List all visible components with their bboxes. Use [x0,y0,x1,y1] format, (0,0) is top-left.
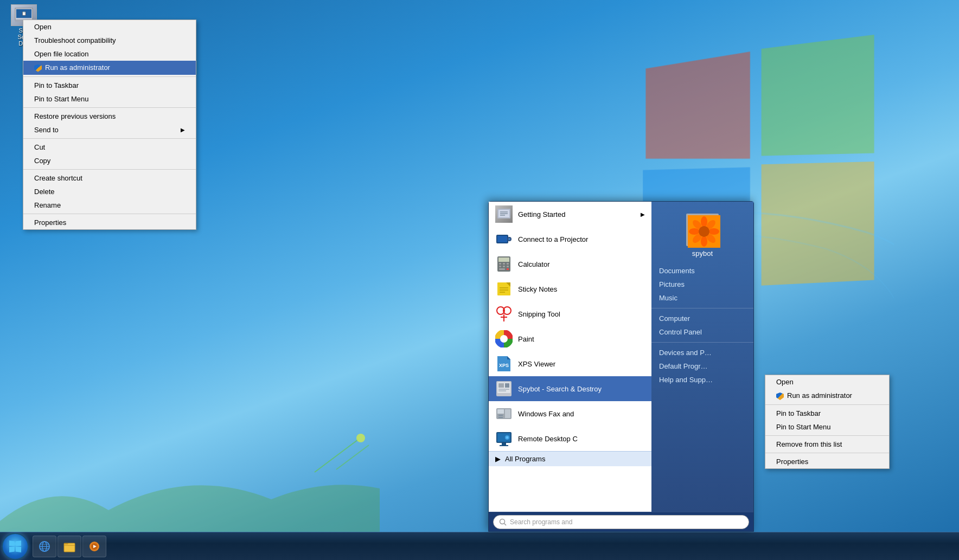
taskbar-ie[interactable] [33,536,56,557]
start-menu-sticky-notes[interactable]: Sticky Notes [489,276,651,301]
ctx-cut[interactable]: Cut [23,140,196,154]
ctx-open[interactable]: Open [23,20,196,34]
svg-rect-23 [507,266,509,267]
svg-rect-25 [507,268,509,270]
taskbar-items [33,536,106,557]
right-item-control-panel[interactable]: Control Panel [651,325,753,339]
right-item-computer[interactable]: Computer [651,312,753,325]
start-menu-calculator[interactable]: Calculator [489,252,651,276]
shield-icon-2 [776,392,784,400]
ctx-properties[interactable]: Properties [23,216,196,229]
svg-rect-50 [498,417,503,418]
svg-rect-49 [498,415,503,416]
fax-icon [495,405,513,422]
start-menu-getting-started[interactable]: Getting Started ▶ [489,202,651,227]
ctx2-properties[interactable]: Properties [765,455,889,468]
svg-rect-53 [502,443,506,445]
ctx2-sep-3 [765,453,889,453]
svg-rect-13 [497,236,507,242]
right-sep-1 [651,308,753,308]
ctx2-open[interactable]: Open [765,375,889,389]
svg-line-1 [336,445,369,469]
ctx2-remove-list[interactable]: Remove from this list [765,437,889,451]
svg-point-67 [500,519,505,524]
user-name-label: spybot [658,249,747,258]
svg-rect-22 [503,266,505,267]
windows-logo-icon [8,539,23,554]
svg-rect-42 [498,383,504,388]
snipping-tool-icon [495,305,513,323]
paint-icon [495,330,513,347]
svg-line-68 [504,523,507,525]
svg-point-58 [701,216,707,227]
xps-viewer-icon: XPS [495,355,513,372]
svg-point-66 [699,226,709,237]
right-sep-2 [651,342,753,343]
start-menu-left-panel: Getting Started ▶ Connect to a Projector [489,202,651,512]
submenu-arrow: ▶ [181,127,185,133]
ctx-open-file-location[interactable]: Open file location [23,47,196,61]
start-menu-snipping-tool[interactable]: Snipping Tool [489,301,651,326]
start-menu-projector[interactable]: Connect to a Projector [489,227,651,252]
taskbar-wmp[interactable] [82,536,106,557]
start-menu-user: spybot [651,207,753,264]
start-menu-rdp[interactable]: Remote Desktop C [489,426,651,451]
ctx2-pin-taskbar[interactable]: Pin to Taskbar [765,407,889,420]
getting-started-icon [495,205,513,223]
svg-rect-48 [505,409,510,418]
desktop: 📋 SpySearDes Open Troubleshoot compatibi… [0,0,959,560]
ctx-restore[interactable]: Restore previous versions [23,110,196,123]
right-item-pictures[interactable]: Pictures [651,278,753,291]
start-menu-xps-viewer[interactable]: XPS XPS Viewer [489,351,651,376]
start-button[interactable] [0,532,30,561]
svg-rect-24 [499,268,505,270]
right-item-help[interactable]: Help and Supp… [651,373,753,387]
svg-rect-17 [498,258,509,262]
submenu-arrow-getting-started: ▶ [641,211,645,217]
svg-rect-47 [497,409,504,414]
svg-line-0 [315,440,358,472]
ctx2-sep-1 [765,404,889,405]
ctx-copy[interactable]: Copy [23,154,196,168]
ctx-troubleshoot[interactable]: Troubleshoot compatibility [23,34,196,47]
svg-point-62 [701,236,707,247]
ctx2-pin-start[interactable]: Pin to Start Menu [765,420,889,434]
svg-point-60 [708,228,719,235]
right-item-music[interactable]: Music [651,291,753,305]
start-menu-paint[interactable]: Paint [489,326,651,351]
start-menu-fax[interactable]: Windows Fax and [489,401,651,426]
ctx-pin-taskbar[interactable]: Pin to Taskbar [23,79,196,92]
ctx-run-as-admin[interactable]: Run as administrator [23,61,196,75]
shield-icon [34,65,42,72]
svg-marker-38 [507,356,510,359]
ctx-pin-start[interactable]: Pin to Start Menu [23,92,196,106]
ctx-sep-4 [23,169,196,170]
svg-rect-74 [64,543,75,552]
rdp-icon [495,430,513,447]
svg-rect-21 [499,266,501,267]
ctx-create-shortcut[interactable]: Create shortcut [23,171,196,185]
ctx2-run-as-admin[interactable]: Run as administrator [765,389,889,403]
right-item-devices[interactable]: Devices and P… [651,346,753,359]
ctx-delete[interactable]: Delete [23,185,196,198]
desktop-decoration [0,423,380,532]
search-icon [499,518,507,526]
svg-point-64 [689,228,700,235]
right-item-default-programs[interactable]: Default Progr… [651,359,753,373]
explorer-icon [63,540,76,553]
taskbar-explorer[interactable] [57,536,81,557]
all-programs[interactable]: ▶ All Programs [489,451,651,466]
search-box[interactable]: Search programs and [493,515,749,529]
svg-point-15 [508,238,510,240]
ctx-sep-5 [23,214,196,214]
context-menu-desktop: Open Troubleshoot compatibility Open fil… [23,20,196,230]
start-orb[interactable] [2,533,29,560]
ctx-rename[interactable]: Rename [23,198,196,212]
start-menu-spybot[interactable]: Spybot - Search & Destroy [489,376,651,401]
ctx-send-to[interactable]: Send to ▶ [23,123,196,137]
right-item-documents[interactable]: Documents [651,264,753,278]
spybot-icon [495,380,513,397]
svg-rect-54 [500,445,508,446]
svg-point-2 [356,434,365,442]
sticky-notes-icon [495,280,513,298]
